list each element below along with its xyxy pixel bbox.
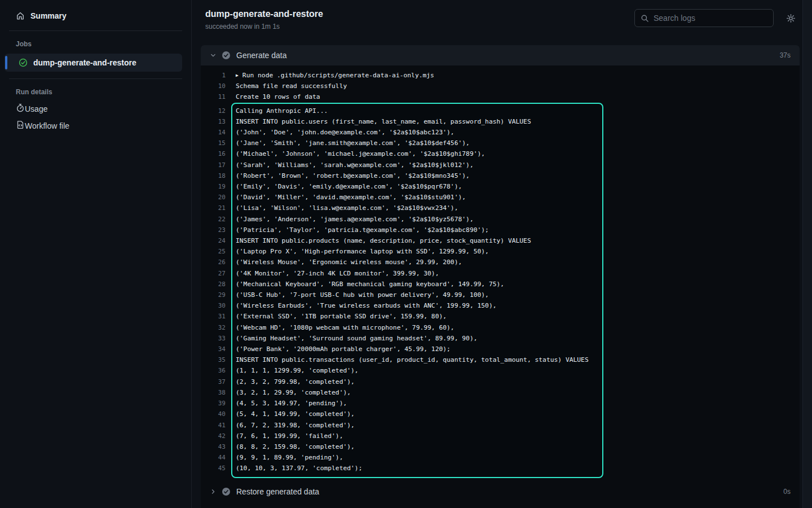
log-line-number[interactable]: 27 (201, 268, 226, 279)
log-line[interactable]: 38(3, 2, 1, 29.99, 'completed'), (236, 387, 599, 398)
log-line-text: (2, 3, 2, 799.98, 'completed'), (236, 378, 355, 386)
step-header-generate-data[interactable]: Generate data 37s (201, 45, 800, 65)
log-line-number[interactable]: 41 (201, 420, 226, 431)
log-line[interactable]: 18('Robert', 'Brown', 'robert.b@example.… (236, 170, 599, 181)
log-line[interactable]: 19('Emily', 'Davis', 'emily.d@example.co… (236, 181, 599, 192)
log-line-text: INSERT INTO public.transactions (user_id… (236, 356, 589, 364)
log-line[interactable]: 25('Laptop Pro X', 'High-performance lap… (236, 246, 599, 257)
log-line-number[interactable]: 43 (201, 441, 226, 452)
log-line[interactable]: 30('Wireless Earbuds', 'True wireless ea… (236, 300, 599, 311)
log-line-number[interactable]: 11 (201, 91, 226, 102)
log-line-number[interactable]: 24 (201, 235, 226, 246)
log-line[interactable]: 16('Michael', 'Johnson', 'michael.j@exam… (236, 148, 599, 159)
log-line[interactable]: 40(5, 4, 1, 149.99, 'completed'), (236, 409, 599, 419)
step-header-post-setup-nodejs[interactable]: Post Setup Node.js 0s (201, 503, 800, 508)
log-group-toggle-icon[interactable]: ▶ (236, 73, 239, 78)
log-line-text: Calling Anthropic API... (236, 107, 328, 115)
log-line[interactable]: 17('Sarah', 'Williams', 'sarah.w@example… (236, 160, 599, 170)
log-line[interactable]: 32('Webcam HD', '1080p webcam with micro… (236, 322, 599, 333)
log-line-number[interactable]: 21 (201, 203, 226, 213)
log-line[interactable]: 37(2, 3, 2, 799.98, 'completed'), (236, 376, 599, 387)
log-line-number[interactable]: 35 (201, 354, 226, 365)
log-line-number[interactable]: 40 (201, 409, 226, 419)
log-line-number[interactable]: 38 (201, 387, 226, 398)
log-line[interactable]: 34('Power Bank', '20000mAh portable char… (236, 344, 599, 354)
log-line[interactable]: 20('David', 'Miller', 'david.m@example.c… (236, 192, 599, 203)
log-line-text: ('James', 'Anderson', 'james.a@example.c… (236, 216, 474, 223)
log-line-number[interactable]: 22 (201, 214, 226, 225)
log-line-number[interactable]: 44 (201, 452, 226, 463)
log-line-number[interactable]: 16 (201, 148, 226, 159)
log-line[interactable]: 26('Wireless Mouse', 'Ergonomic wireless… (236, 257, 599, 268)
log-line[interactable]: 44(9, 9, 1, 89.99, 'pending'), (236, 452, 599, 463)
log-line-number[interactable]: 30 (201, 300, 226, 311)
log-line-number[interactable]: 29 (201, 290, 226, 300)
log-line[interactable]: 28('Mechanical Keyboard', 'RGB mechanica… (236, 279, 599, 290)
log-line-text: (7, 6, 1, 199.99, 'failed'), (236, 432, 343, 440)
sidebar-job-dump-generate-and-restore[interactable]: dump-generate-and-restore (5, 54, 182, 72)
sidebar-item-usage[interactable]: Usage (0, 100, 191, 117)
log-line[interactable]: 1▶Run node .github/scripts/generate-data… (201, 70, 800, 81)
log-line[interactable]: 42(7, 6, 1, 199.99, 'failed'), (236, 431, 599, 441)
log-line-number[interactable]: 42 (201, 431, 226, 441)
run-header: dump-generate-and-restore succeeded now … (192, 0, 812, 36)
log-line[interactable]: 27('4K Monitor', '27-inch 4K LCD monitor… (236, 268, 599, 279)
step-name: Generate data (236, 51, 780, 60)
log-line-number[interactable]: 33 (201, 333, 226, 344)
step-header-restore-generated-data[interactable]: Restore generated data 0s (201, 481, 800, 502)
log-line-number[interactable]: 25 (201, 246, 226, 257)
log-line-number[interactable]: 20 (201, 192, 226, 203)
gear-icon[interactable] (784, 11, 797, 25)
log-line-text: ('Jane', 'Smith', 'jane.smith@example.co… (236, 139, 470, 147)
log-line[interactable]: 31('External SSD', '1TB portable SSD dri… (236, 311, 599, 322)
log-line-number[interactable]: 36 (201, 365, 226, 376)
log-line-number[interactable]: 18 (201, 170, 226, 181)
scrollbar-gutter[interactable] (802, 0, 812, 508)
log-line-number[interactable]: 19 (201, 181, 226, 192)
log-line-number[interactable]: 26 (201, 257, 226, 268)
search-logs-input[interactable] (654, 14, 761, 23)
log-line[interactable]: 22('James', 'Anderson', 'james.a@example… (236, 214, 599, 225)
log-line[interactable]: 29('USB-C Hub', '7-port USB-C hub with p… (236, 290, 599, 300)
log-line-number[interactable]: 34 (201, 344, 226, 354)
log-line[interactable]: 23('Patricia', 'Taylor', 'patricia.t@exa… (236, 225, 599, 235)
search-logs-box[interactable] (634, 9, 774, 27)
log-line[interactable]: 39(4, 5, 3, 149.97, 'pending'), (236, 398, 599, 409)
log-line-number[interactable]: 45 (201, 463, 226, 474)
log-line[interactable]: 13INSERT INTO public.users (first_name, … (236, 116, 599, 127)
chevron-right-icon[interactable] (210, 488, 217, 495)
log-line[interactable]: 10Schema file read successfully (201, 81, 800, 91)
chevron-down-icon[interactable] (210, 52, 217, 59)
log-line-number[interactable]: 12 (201, 106, 226, 116)
log-line[interactable]: 41(6, 7, 2, 319.98, 'completed'), (236, 420, 599, 431)
sidebar-item-workflow-file[interactable]: Workflow file (0, 117, 191, 134)
log-line[interactable]: 14('John', 'Doe', 'john.doe@example.com'… (236, 127, 599, 138)
log-line[interactable]: 11Create 10 rows of data (201, 91, 800, 102)
log-line[interactable]: 21('Lisa', 'Wilson', 'lisa.w@example.com… (236, 203, 599, 213)
log-line-number[interactable]: 1 (201, 70, 226, 81)
log-line-number[interactable]: 10 (201, 81, 226, 91)
log-lines-before: 1▶Run node .github/scripts/generate-data… (201, 70, 800, 103)
log-line[interactable]: 15('Jane', 'Smith', 'jane.smith@example.… (236, 138, 599, 148)
log-line[interactable]: 36(1, 1, 1, 1299.99, 'completed'), (236, 365, 599, 376)
usage-label: Usage (25, 104, 47, 113)
log-line-number[interactable]: 39 (201, 398, 226, 409)
log-line-number[interactable]: 23 (201, 225, 226, 235)
log-line-number[interactable]: 17 (201, 160, 226, 170)
log-line-number[interactable]: 13 (201, 116, 226, 127)
log-line[interactable]: 24INSERT INTO public.products (name, des… (236, 235, 599, 246)
log-line[interactable]: 12Calling Anthropic API... (236, 106, 599, 116)
log-line-text: Create 10 rows of data (236, 93, 320, 100)
log-line[interactable]: 33('Gaming Headset', 'Surround sound gam… (236, 333, 599, 344)
log-line-number[interactable]: 32 (201, 322, 226, 333)
log-line-number[interactable]: 15 (201, 138, 226, 148)
log-line-number[interactable]: 37 (201, 376, 226, 387)
log-line[interactable]: 45(10, 10, 3, 137.97, 'completed'); (236, 463, 599, 474)
step-duration: 37s (780, 51, 791, 59)
log-line[interactable]: 43(8, 8, 2, 159.98, 'completed'), (236, 441, 599, 452)
log-line-number[interactable]: 14 (201, 127, 226, 138)
log-line-number[interactable]: 31 (201, 311, 226, 322)
log-line-number[interactable]: 28 (201, 279, 226, 290)
log-line[interactable]: 35INSERT INTO public.transactions (user_… (236, 354, 599, 365)
sidebar-item-summary[interactable]: Summary (0, 8, 191, 24)
